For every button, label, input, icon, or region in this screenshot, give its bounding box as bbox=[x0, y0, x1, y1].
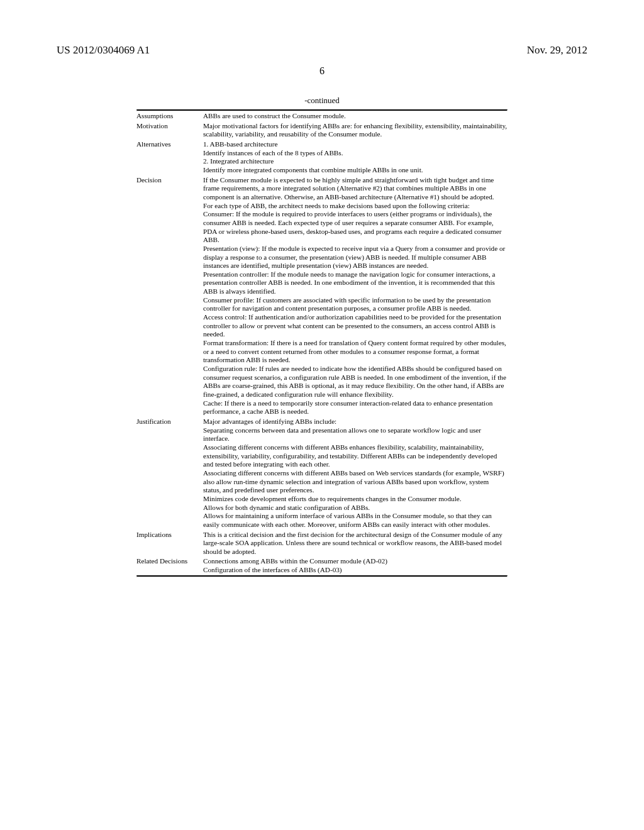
page: US 2012/0304069 A1 Nov. 29, 2012 6 -cont… bbox=[0, 0, 644, 830]
table-row: ImplicationsThis is a critical decision … bbox=[136, 530, 508, 557]
row-value: Major motivational factors for identifyi… bbox=[203, 121, 508, 140]
table-row: JustificationMajor advantages of identif… bbox=[136, 417, 508, 530]
page-number: 6 bbox=[57, 65, 587, 77]
row-label: Implications bbox=[136, 530, 203, 557]
publication-date: Nov. 29, 2012 bbox=[527, 44, 587, 57]
table-row: Alternatives1. ABB-based architectureIde… bbox=[136, 140, 508, 175]
row-label: Motivation bbox=[136, 121, 203, 140]
table-row: MotivationMajor motivational factors for… bbox=[136, 121, 508, 140]
publication-number: US 2012/0304069 A1 bbox=[57, 44, 150, 57]
table-row: Related DecisionsConnections among ABBs … bbox=[136, 556, 508, 575]
row-label: Assumptions bbox=[136, 111, 203, 121]
row-value: This is a critical decision and the firs… bbox=[203, 530, 508, 557]
row-value: Major advantages of identifying ABBs inc… bbox=[203, 417, 508, 530]
table-row: DecisionIf the Consumer module is expect… bbox=[136, 175, 508, 417]
table-row: AssumptionsABBs are used to construct th… bbox=[136, 111, 508, 121]
continued-label: -continued bbox=[136, 96, 508, 106]
page-header: US 2012/0304069 A1 Nov. 29, 2012 bbox=[57, 44, 587, 57]
row-label: Related Decisions bbox=[136, 556, 203, 575]
decision-table: -continued AssumptionsABBs are used to c… bbox=[136, 96, 508, 577]
row-label: Decision bbox=[136, 175, 203, 417]
row-label: Justification bbox=[136, 417, 203, 530]
row-value: Connections among ABBs within the Consum… bbox=[203, 556, 508, 575]
row-label: Alternatives bbox=[136, 140, 203, 175]
row-value: ABBs are used to construct the Consumer … bbox=[203, 111, 508, 121]
bottom-rule bbox=[136, 575, 508, 577]
row-value: 1. ABB-based architectureIdentify instan… bbox=[203, 140, 508, 175]
decision-table-body: AssumptionsABBs are used to construct th… bbox=[136, 111, 508, 575]
row-value: If the Consumer module is expected to be… bbox=[203, 175, 508, 417]
